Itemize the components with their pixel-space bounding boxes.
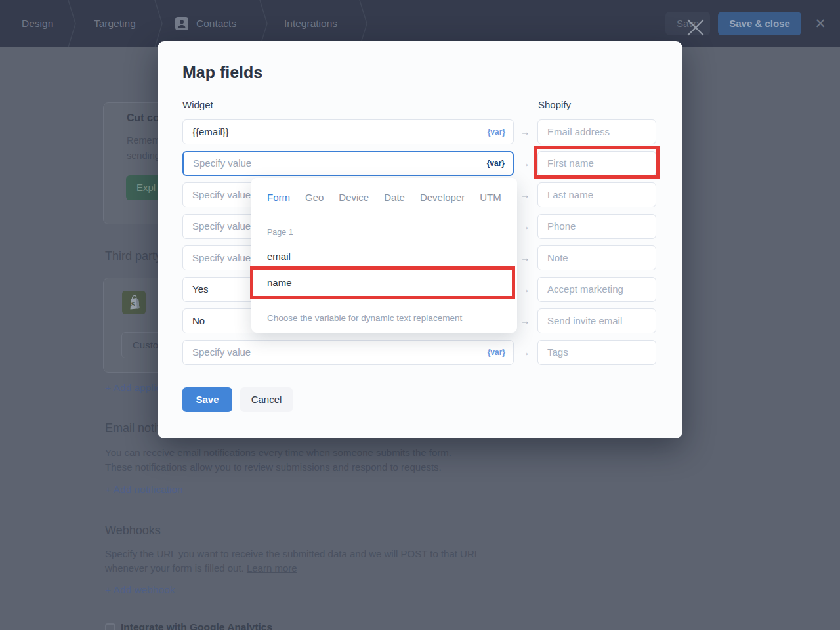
- dropdown-tab-date[interactable]: Date: [384, 192, 405, 203]
- arrow-icon: →: [518, 245, 532, 270]
- var-badge[interactable]: {var}: [488, 120, 505, 144]
- tab-separator: [154, 0, 164, 47]
- dropdown-tab-geo[interactable]: Geo: [305, 192, 324, 203]
- widget-field-email[interactable]: {{email}} {var}: [182, 119, 514, 144]
- arrow-icon: →: [518, 119, 532, 144]
- dropdown-tab-form[interactable]: Form: [267, 192, 290, 203]
- variable-dropdown: Form Geo Device Date Developer UTM Page …: [251, 178, 517, 333]
- save-and-close-button[interactable]: Save & close: [718, 12, 801, 35]
- field-placeholder: Specify value: [192, 346, 251, 358]
- email-notifications-desc1: You can receive email notifications ever…: [105, 447, 452, 458]
- tab-separator: [259, 0, 269, 47]
- cursor-x-icon: [685, 17, 706, 38]
- shopify-field-email-address[interactable]: Email address: [537, 119, 656, 144]
- dropdown-option-email[interactable]: email: [251, 243, 517, 270]
- tab-separator: [67, 0, 77, 47]
- modal-save-button[interactable]: Save: [182, 387, 232, 412]
- webhooks-desc2: whenever your form is filled out. Learn …: [105, 562, 297, 574]
- var-badge[interactable]: {var}: [487, 152, 505, 175]
- widget-column-label: Widget: [182, 99, 213, 110]
- top-header: Design Targeting Contacts Integrations S…: [0, 0, 840, 47]
- annotation-box-name-option: [250, 266, 515, 299]
- field-placeholder: Specify value: [192, 220, 251, 232]
- cut-corners-title: Cut co: [127, 112, 159, 124]
- tab-design[interactable]: Design: [22, 0, 53, 47]
- shopify-field-phone[interactable]: Phone: [537, 214, 656, 239]
- webhooks-desc2-text: whenever your form is filled out.: [105, 562, 244, 574]
- tab-separator: [358, 0, 369, 47]
- widget-field-first-name[interactable]: Specify value {var}: [182, 151, 514, 176]
- arrow-icon: →: [518, 277, 532, 302]
- shopify-field-tags[interactable]: Tags: [537, 340, 656, 365]
- field-placeholder: Specify value: [192, 252, 251, 263]
- tab-integrations[interactable]: Integrations: [284, 0, 337, 47]
- dropdown-footer-hint: Choose the variable for dynamic text rep…: [251, 303, 517, 333]
- tab-contacts[interactable]: Contacts: [196, 0, 236, 47]
- cut-corners-line1: Remem: [127, 135, 160, 146]
- add-application-link[interactable]: + Add applic: [105, 382, 161, 394]
- field-value: No: [192, 315, 205, 326]
- arrow-icon: →: [518, 182, 532, 207]
- dropdown-tab-device[interactable]: Device: [339, 192, 369, 203]
- dropdown-group-label: Page 1: [267, 228, 293, 237]
- shopify-icon: S: [122, 291, 146, 314]
- app-root: Cut co Remem sending Expl Third party S …: [0, 0, 840, 630]
- shopify-field-note[interactable]: Note: [537, 245, 656, 270]
- close-icon[interactable]: ✕: [811, 14, 830, 33]
- modal-title: Map fields: [182, 63, 262, 82]
- widget-field-tags[interactable]: Specify value {var}: [182, 340, 514, 365]
- arrow-icon: →: [518, 214, 532, 239]
- shopify-column-label: Shopify: [538, 99, 571, 110]
- add-webhook-link[interactable]: + Add webhook: [105, 584, 175, 596]
- arrow-icon: →: [518, 340, 532, 365]
- field-value: {{email}}: [192, 126, 229, 137]
- webhooks-title: Webhooks: [105, 524, 161, 537]
- learn-more-link[interactable]: Learn more: [247, 562, 297, 574]
- arrow-icon: →: [518, 151, 532, 176]
- email-notifications-desc2: These notifications allow you to review …: [105, 461, 442, 472]
- webhooks-desc1: Specify the URL you want to receive the …: [105, 548, 480, 559]
- tab-targeting[interactable]: Targeting: [94, 0, 136, 47]
- field-placeholder: Specify value: [193, 158, 251, 169]
- add-notification-link[interactable]: + Add notification: [105, 484, 183, 495]
- dropdown-tab-developer[interactable]: Developer: [420, 192, 465, 203]
- cut-corners-line2: sending: [127, 150, 160, 161]
- email-notifications-title: Email notif: [105, 421, 160, 435]
- field-placeholder: Specify value: [192, 189, 251, 200]
- shopify-field-last-name[interactable]: Last name: [537, 182, 656, 207]
- google-analytics-checkbox[interactable]: [105, 623, 116, 630]
- dropdown-tab-utm[interactable]: UTM: [480, 192, 501, 203]
- contacts-icon: [175, 17, 188, 30]
- svg-text:S: S: [131, 300, 135, 308]
- google-analytics-label: Integrate with Google Analytics: [121, 621, 272, 630]
- shopify-field-send-invite-email[interactable]: Send invite email: [537, 308, 656, 333]
- dropdown-tabs: Form Geo Device Date Developer UTM: [251, 178, 517, 217]
- var-badge[interactable]: {var}: [488, 341, 505, 364]
- map-fields-modal: Map fields Widget Shopify {{email}} {var…: [158, 41, 682, 438]
- third-party-title: Third party: [105, 249, 161, 263]
- annotation-box-first-name: [534, 146, 660, 178]
- field-value: Yes: [192, 284, 208, 295]
- arrow-icon: →: [518, 308, 532, 333]
- shopify-field-accept-marketing[interactable]: Accept marketing: [537, 277, 656, 302]
- modal-cancel-button[interactable]: Cancel: [240, 387, 293, 412]
